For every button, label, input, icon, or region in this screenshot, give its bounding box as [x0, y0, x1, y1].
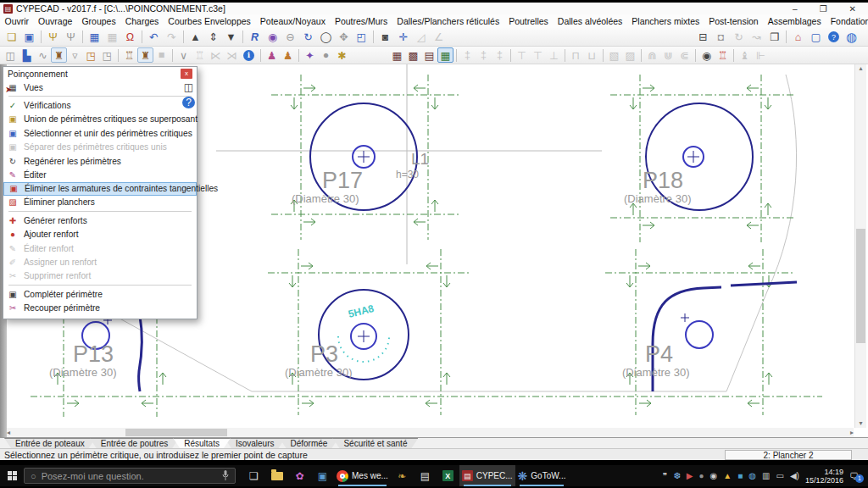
panel-item-generer-renforts[interactable]: ✚ Générer renforts	[3, 214, 197, 227]
column-tool-icon[interactable]: ♜	[51, 47, 67, 63]
tray-globe-icon[interactable]: ◍	[748, 471, 756, 480]
tray-drive-icon[interactable]: ▲	[723, 471, 732, 480]
pan-icon[interactable]: ✥	[335, 30, 353, 45]
taskbar-clock[interactable]: 14:19 15/12/2016	[805, 468, 843, 485]
panel-item-editer[interactable]: ✎ Éditer	[3, 168, 197, 181]
vertical-scrollbar[interactable]: ▴ ▾	[854, 64, 866, 428]
tray-chat-icon[interactable]: ❞	[663, 471, 667, 480]
zoom-previous-icon[interactable]: ◉	[264, 30, 281, 45]
axes-reference-icon[interactable]: ✛	[394, 30, 412, 45]
tray-media-icon[interactable]: ▶	[687, 471, 693, 480]
refresh-view-icon[interactable]: ↻	[299, 30, 317, 45]
drip-icon[interactable]: ▿	[67, 47, 83, 63]
redraw-icon[interactable]: R	[246, 30, 264, 45]
menu-courbes-enveloppes[interactable]: Courbes Enveloppes	[164, 15, 255, 27]
export-icon[interactable]: ❐	[765, 30, 783, 45]
open-folder-icon[interactable]: ❏	[3, 30, 20, 45]
zoom-out-icon[interactable]: ⊖	[281, 30, 299, 45]
photos-app-button[interactable]: ✿	[288, 465, 311, 486]
calculator-button[interactable]: ▤	[414, 465, 437, 486]
tray-network-icon[interactable]: ▥	[762, 471, 770, 480]
menu-poutrelles[interactable]: Poutrelles	[504, 15, 554, 27]
scroll-left-icon[interactable]: ◂	[7, 429, 10, 436]
columns-colored-icon[interactable]: ♖	[715, 47, 731, 63]
excel-button[interactable]: X	[437, 465, 459, 486]
menu-dalles-alveolees[interactable]: Dalles alvéolées	[553, 15, 626, 27]
panel-item-union-perimetres[interactable]: ▣ Union de périmètres critiques se super…	[3, 113, 197, 126]
pin-tool-icon[interactable]: ✱	[334, 47, 350, 63]
frame-view3-icon[interactable]: ▤	[421, 47, 437, 63]
menu-dalles-planchers[interactable]: Dalles/Planchers réticulés	[392, 15, 504, 27]
undo-icon[interactable]: ↶	[145, 30, 163, 45]
box-3d-gray-icon[interactable]: ◳	[99, 47, 115, 63]
cortana-search-box[interactable]: ○ Posez-moi une question.	[24, 468, 236, 484]
panel-title-bar[interactable]: Poinçonnement x	[3, 67, 197, 80]
tab-entree-de-poteaux[interactable]: Entrée de poteaux	[4, 438, 96, 448]
panel-item-recouper-perimetre[interactable]: ✂ Recouper périmètre	[3, 301, 197, 314]
group-up-icon[interactable]: ▲	[186, 30, 204, 45]
tab-resultats[interactable]: Résultats	[173, 438, 231, 448]
exit-icon[interactable]: ◫	[3, 47, 19, 63]
menu-poutres-murs[interactable]: Poutres/Murs	[330, 15, 392, 27]
menu-charges[interactable]: Charges	[120, 15, 164, 27]
tray-app-icon[interactable]: ■	[737, 471, 743, 480]
group-down-icon[interactable]: ▼	[222, 30, 240, 45]
box-3d-icon[interactable]: ◳	[83, 47, 99, 63]
table-edit-icon[interactable]: ▦	[86, 30, 103, 45]
add-column-icon[interactable]: ♖	[121, 47, 137, 63]
info-icon[interactable]: ℹ	[243, 50, 254, 61]
maximize-icon[interactable]: ❐	[820, 4, 827, 14]
menu-ouvrage[interactable]: Ouvrage	[34, 15, 77, 27]
punching-views-icon[interactable]: ▦	[437, 47, 453, 63]
panel-item-ajouter-renfort[interactable]: ● Ajouter renfort	[3, 228, 197, 241]
frame-view2-icon[interactable]: ▩	[405, 47, 421, 63]
scroll-up-icon[interactable]: ▴	[859, 64, 862, 72]
menu-post-tension[interactable]: Post-tension	[704, 15, 763, 27]
building-view-icon[interactable]: ▙	[19, 47, 35, 63]
menu-ouvrir[interactable]: Ouvrir	[0, 15, 34, 27]
print-icon[interactable]: ⊟	[694, 30, 712, 45]
floor-indicator[interactable]: 2: Plancher 2	[725, 450, 852, 460]
panel-item-eliminer-planchers[interactable]: ▨ Éliminer planchers	[3, 196, 197, 209]
panel-item-completer-perimetre[interactable]: ▣ Compléter périmètre	[3, 287, 197, 301]
tray-dot-icon[interactable]: ●	[699, 471, 704, 480]
magnet-icon[interactable]: Ω	[121, 30, 139, 45]
file-explorer-button[interactable]	[265, 465, 288, 486]
microphone-icon[interactable]	[222, 470, 229, 481]
monitor-config-icon[interactable]: ▢	[807, 30, 825, 45]
leaf-app-button[interactable]: ❧	[391, 465, 414, 486]
cypecad-taskbar-button[interactable]: ▤ CYPEC...	[459, 465, 515, 486]
eye-icon[interactable]: ◉	[698, 47, 715, 63]
stairs-column-icon[interactable]: ♟	[264, 47, 280, 63]
capture-view-icon[interactable]: ◰	[353, 30, 370, 45]
tab-deformee[interactable]: Déformée	[280, 438, 339, 448]
panel-item-vues[interactable]: ▦ Vues	[3, 80, 197, 94]
menu-assemblages[interactable]: Assemblages	[763, 15, 826, 27]
menu-groupes[interactable]: Groupes	[77, 15, 120, 27]
zoom-window-icon[interactable]: ◯	[317, 30, 335, 45]
tray-snowflake-icon[interactable]: ❆	[673, 471, 680, 480]
star-tool-icon[interactable]: ✦	[302, 47, 318, 63]
floor-selector-icon[interactable]: ⇕	[204, 30, 222, 45]
panel-close-icon[interactable]: x	[181, 69, 192, 79]
full-screen-icon[interactable]: ◙	[376, 30, 394, 45]
prune-gray-icon[interactable]: Ψ	[62, 30, 80, 45]
save-icon[interactable]: ▣	[20, 30, 38, 45]
tray-volume-icon[interactable]: ◀)	[790, 471, 799, 480]
sphere-icon[interactable]: ●	[318, 47, 334, 63]
chevron-icon[interactable]: ∨	[175, 47, 192, 63]
section-line-icon[interactable]: ∿	[35, 47, 51, 63]
tab-securite-et-sante[interactable]: Sécurité et santé	[332, 438, 418, 448]
gotowebinar-button[interactable]: ❋ GoToW...	[515, 465, 569, 486]
start-button[interactable]	[0, 465, 24, 486]
stairs-column2-icon[interactable]: ♟	[280, 47, 296, 63]
panel-item-regenerer[interactable]: ↻ Regénérer les périmètres	[3, 154, 197, 168]
tab-entree-de-poutres[interactable]: Entrée de poutres	[90, 438, 180, 448]
panel-help-icon[interactable]: ?	[182, 97, 195, 108]
panel-item-eliminer-armatures[interactable]: ▣ Éliminer les armatures de contraintes …	[3, 182, 197, 196]
globe-icon[interactable]: ◍	[843, 30, 860, 45]
book-icon[interactable]: ◫	[182, 81, 195, 93]
tray-battery-icon[interactable]: ▭	[776, 471, 783, 480]
help-icon[interactable]: ?	[828, 31, 839, 42]
scroll-right-icon[interactable]: ▸	[850, 429, 854, 436]
